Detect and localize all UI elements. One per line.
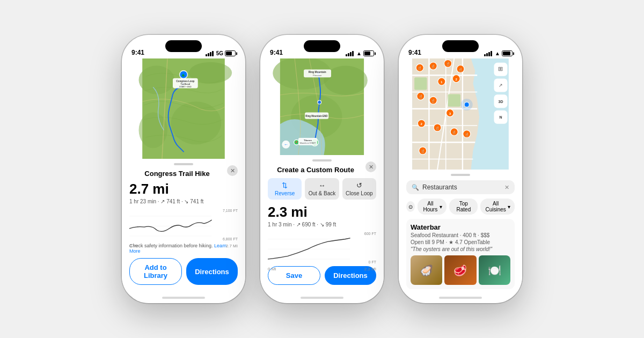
svg-text:Tiburon: Tiburon [304,139,312,142]
sheet-handle-3 [451,174,470,176]
out-back-btn[interactable]: ↔ Out & Back [305,178,339,200]
svg-text:🍴: 🍴 [465,133,469,137]
network-type-1: 5G [216,50,223,56]
filter-icon-btn[interactable]: ⊙ [406,201,415,212]
dynamic-island-3 [442,40,479,52]
home-indicator-3 [399,292,522,303]
restaurant-photo-3: 🍽️ [479,255,510,285]
status-icons-2: ▲ [346,50,374,56]
loop-icon: ↺ [356,181,362,189]
svg-text:🍴: 🍴 [418,66,422,70]
elev-y-labels-2: 600 FT 0 FT [364,232,376,264]
reverse-icon: ⇅ [282,181,288,189]
add-to-library-button[interactable]: Add to Library [129,258,182,285]
svg-text:Trailhead: Trailhead [181,83,191,85]
svg-rect-47 [448,94,460,106]
svg-point-19 [318,100,321,104]
restaurant-card[interactable]: Waterbar Seafood Restaurant · 400 ft · $… [406,219,515,289]
trail-details: 1 hr 23 min · ↗ 741 ft · ↘ 741 ft [129,199,238,204]
dynamic-island-2 [304,40,340,52]
svg-text:📍: 📍 [295,141,298,145]
route-distance: 2.3 mi [268,204,376,221]
signal-icon-1 [206,51,214,56]
svg-text:2: 2 [455,77,457,81]
svg-rect-46 [414,77,427,90]
svg-text:1: 1 [441,80,443,84]
svg-text:Congress Loop: Congress Loop [176,80,194,83]
close-loop-btn[interactable]: ↺ Close Loop [342,178,376,200]
svg-text:🍴: 🍴 [446,62,450,66]
route-map-svg: ← 📍 Ring Mountain Preserve Ring Mountain… [260,58,384,155]
custom-route-title: Create a Custom Route [268,166,376,174]
map-hiking[interactable]: 🌲 Congress Loop Trailhead START • END [122,58,245,159]
search-clear-btn[interactable]: ✕ [504,184,509,191]
elevation-chart-1: 7,100 FT 6,800 FT 0 MI 2.7 MI [129,209,238,241]
svg-text:🍴: 🍴 [421,149,425,153]
search-icon: 🔍 [412,184,419,191]
chevron-cuisine: ▾ [508,204,510,210]
svg-text:🍴: 🍴 [458,68,463,72]
filter-row: ⊙ All Hours ▾ Top Rated All Cuisines ▾ [406,199,515,215]
home-indicator-1 [122,292,245,303]
search-bar[interactable]: 🔍 Restaurants ✕ [406,180,515,194]
elev-y-labels-1: 7,100 FT 6,800 FT [223,209,238,241]
svg-text:⊞: ⊞ [498,65,503,72]
route-details: 1 hr 3 min · ↗ 690 ft · ↘ 99 ft [268,222,376,227]
cuisine-filter[interactable]: All Cuisines ▾ [480,199,515,215]
svg-point-1 [139,65,175,94]
map-route[interactable]: ← 📍 Ring Mountain Preserve Ring Mountain… [260,58,384,155]
restaurant-photo-1: 🦪 [411,255,442,285]
phone-3: 9:41 ▲ [399,35,522,303]
svg-text:↗: ↗ [499,83,503,88]
svg-text:Waterfront START: Waterfront START [299,142,316,144]
svg-text:2: 2 [421,122,423,126]
status-icons-1: 5G [206,50,236,56]
svg-text:🍴: 🍴 [431,99,435,103]
battery-1 [225,50,236,56]
status-icons-3: ▲ [484,50,513,56]
directions-button-1[interactable]: Directions [186,258,238,285]
chevron-hours: ▾ [440,204,442,210]
close-btn-1[interactable]: ✕ [227,165,238,176]
signal-icon-2 [346,51,354,56]
hiking-map-svg: 🌲 Congress Loop Trailhead START • END [122,58,245,159]
time-1: 9:41 [131,49,144,56]
search-text: Restaurants [422,183,501,191]
wifi-icon-2: ▲ [356,50,362,56]
phones-container: 9:41 5G [111,0,533,338]
svg-text:3D: 3D [499,100,503,104]
svg-text:🍴: 🍴 [419,94,423,99]
restaurant-map-svg: 🍴 🍴 🍴 🍴 1 2 🍴 🍴 3 2 [399,58,522,170]
svg-text:START • END: START • END [179,86,192,88]
time-2: 9:41 [270,49,283,56]
restaurant-quote: "The oysters are out of this world!" [411,246,510,252]
elev-x-labels-2: 0 MI 2.2 MI [268,267,376,271]
svg-text:Ring Mountain: Ring Mountain [309,71,326,74]
elevation-chart-2: 600 FT 0 FT 0 MI 2.2 MI [268,232,376,264]
bottom-sheet-1: ✕ Congress Trail Hike 2.7 mi 1 hr 23 min… [122,159,245,292]
bottom-sheet-2: ✕ Create a Custom Route ⇅ Reverse ↔ Out … [260,155,384,292]
svg-text:🌲: 🌲 [182,74,186,77]
sheet-handle-1 [174,163,193,165]
time-3: 9:41 [408,49,421,56]
dynamic-island-1 [165,40,202,52]
close-btn-2[interactable]: ✕ [365,161,376,172]
restaurant-photo-2: 🥩 [444,255,476,285]
home-indicator-2 [260,292,384,303]
svg-text:🍴: 🍴 [431,64,435,69]
action-buttons-1: Add to Library Directions [129,258,238,285]
restaurant-name: Waterbar [411,223,510,231]
restaurant-meta: Seafood Restaurant · 400 ft · $$$ [411,232,510,238]
rating-filter[interactable]: Top Rated [449,199,478,215]
phone-2: 9:41 ▲ [260,35,384,303]
svg-point-49 [461,99,473,111]
sheet-handle-2 [312,159,332,161]
hours-filter[interactable]: All Hours ▾ [418,199,447,215]
outback-icon: ↔ [318,181,325,189]
restaurant-photos: 🦪 🥩 🍽️ [411,255,510,285]
restaurant-hours: Open till 9 PM · ★ 4.7 OpenTable [411,239,510,245]
svg-text:Preserve: Preserve [313,74,322,77]
map-restaurant[interactable]: 🍴 🍴 🍴 🍴 1 2 🍴 🍴 3 2 [399,58,522,170]
svg-text:🍴: 🍴 [435,126,440,130]
reverse-btn[interactable]: ⇅ Reverse [268,178,302,200]
